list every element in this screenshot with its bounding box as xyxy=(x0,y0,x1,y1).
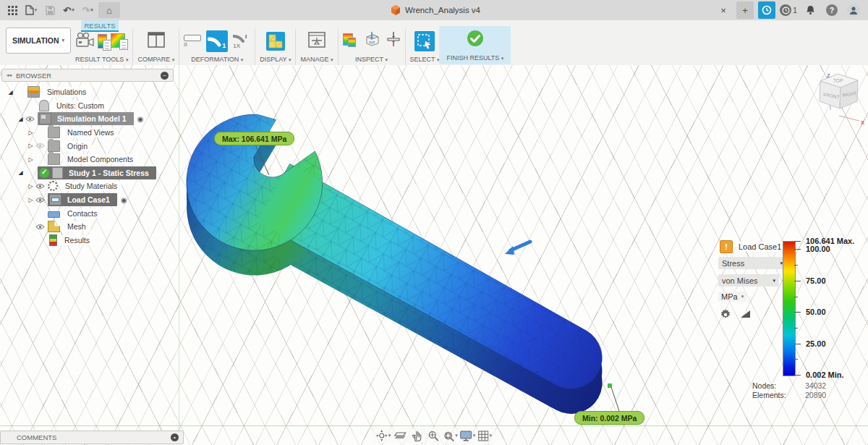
activity-history-button[interactable]: 1 xyxy=(780,1,797,19)
tree-expander-icon[interactable]: ▷ xyxy=(26,197,35,203)
legend-ramp-icon[interactable] xyxy=(740,310,751,320)
ribbon-group-select: SELECT ▾ xyxy=(410,29,440,63)
compare-menu[interactable]: COMPARE ▾ xyxy=(137,56,174,63)
colorbar-tick-label: 25.00 xyxy=(806,339,826,348)
tree-expander-icon[interactable]: ▷ xyxy=(26,143,35,149)
fit-button[interactable]: ▾ xyxy=(443,428,458,443)
component-dropdown[interactable]: von Mises▾ xyxy=(718,274,779,287)
legend-settings-gear-icon[interactable] xyxy=(720,308,731,321)
notifications-bell-icon[interactable] xyxy=(801,1,819,19)
tree-item-model-components[interactable]: ▷Model Components xyxy=(1,153,174,166)
show-legend-button[interactable] xyxy=(98,34,107,48)
visibility-eye-icon[interactable] xyxy=(35,183,48,190)
tree-expander-icon[interactable]: ◢ xyxy=(6,89,15,96)
grid-settings-button[interactable]: ▾ xyxy=(477,428,492,443)
inspect-legend-button[interactable] xyxy=(343,33,357,49)
view-cube[interactable]: TOP FRONT RIGHT Z X xyxy=(806,68,868,126)
save-button[interactable] xyxy=(42,2,58,18)
tree-item-study-materials[interactable]: ▷Study Materials xyxy=(1,179,174,193)
folder-icon xyxy=(48,153,60,165)
tree-expander-icon[interactable]: ◢ xyxy=(16,116,25,122)
user-avatar[interactable] xyxy=(845,1,862,19)
finish-results-menu[interactable]: FINISH RESULTS ▾ xyxy=(446,54,503,62)
tree-item-label: Results xyxy=(60,235,94,245)
tree-expander-icon[interactable]: ▷ xyxy=(26,156,35,163)
result-type-dropdown[interactable]: Stress▾ xyxy=(718,257,786,269)
comments-expand-icon[interactable]: • xyxy=(171,433,179,441)
tree-item-units-custom[interactable]: Units: Custom xyxy=(1,99,174,113)
colorbar-minor-tick xyxy=(794,265,798,266)
deformation-actual-button[interactable]: 1 xyxy=(206,30,228,52)
tree-item-label: Study Materials xyxy=(61,181,122,191)
inspect-probe-button[interactable] xyxy=(386,31,401,51)
deformation-scaled-button[interactable]: I 1X xyxy=(233,33,250,49)
browser-panel-header[interactable]: ◂◂ BROWSER – xyxy=(1,69,174,82)
display-settings-button[interactable]: ▾ xyxy=(460,428,476,443)
min-stress-annotation[interactable]: Min: 0.002 MPa xyxy=(574,411,644,425)
colorbar-tick xyxy=(794,375,801,376)
visibility-eye-icon[interactable] xyxy=(35,197,48,203)
active-item-radio-icon[interactable]: ◉ xyxy=(137,115,144,123)
deformation-menu[interactable]: DEFORMATION ▾ xyxy=(191,56,243,63)
zoom-button[interactable] xyxy=(426,428,441,443)
select-menu[interactable]: SELECT ▾ xyxy=(410,56,440,63)
app-grid-icon[interactable] xyxy=(4,2,20,18)
tree-item-study-1-static-stress[interactable]: ◢Study 1 - Static Stress xyxy=(1,166,174,180)
deformation-none-button[interactable]: 0 xyxy=(184,35,201,48)
comments-panel-header[interactable]: COMMENTS • xyxy=(0,431,184,444)
tree-item-mesh[interactable]: Mesh xyxy=(1,220,174,234)
max-stress-annotation[interactable]: Max: 106.641 MPa xyxy=(214,132,294,145)
active-item-radio-icon[interactable]: ◉ xyxy=(121,196,127,204)
tree-item-simulations[interactable]: ◢Simulations xyxy=(1,85,174,99)
orbit-button[interactable]: ▾ xyxy=(376,428,391,443)
tree-expander-icon[interactable]: ▷ xyxy=(26,183,35,190)
result-tools-menu[interactable]: RESULT TOOLS ▾ xyxy=(75,56,128,63)
manage-menu[interactable]: MANAGE ▾ xyxy=(300,56,333,63)
finish-results-button[interactable] xyxy=(466,29,485,51)
collapse-panel-icon[interactable]: ◂◂ xyxy=(7,72,12,78)
inspect-point-button[interactable]: xyz xyxy=(363,31,380,51)
tree-item-label: Origin xyxy=(63,141,92,151)
tree-item-origin[interactable]: ▷Origin xyxy=(1,139,174,153)
visibility-eye-icon[interactable] xyxy=(35,143,48,149)
select-button[interactable] xyxy=(414,31,435,51)
compare-button[interactable] xyxy=(148,32,165,51)
result-details-button[interactable] xyxy=(111,33,128,49)
job-status-button[interactable] xyxy=(758,1,775,19)
tree-item-load-case1[interactable]: ▷Load Case1◉ xyxy=(1,193,174,207)
tree-item-named-views[interactable]: ▷Named Views xyxy=(1,126,174,140)
unit-dropdown[interactable]: MPa ▾ xyxy=(718,292,746,302)
look-at-button[interactable] xyxy=(393,428,407,443)
help-button[interactable]: ? xyxy=(823,1,841,19)
undo-button[interactable]: ↶▾ xyxy=(61,2,77,18)
manage-settings-button[interactable] xyxy=(308,32,326,51)
materials-icon xyxy=(48,181,58,191)
close-document-button[interactable]: × xyxy=(715,1,732,19)
home-view-button[interactable]: ⌂ xyxy=(98,2,120,18)
tree-expander-icon[interactable]: ▷ xyxy=(26,130,35,136)
tree-item-simulation-model-1[interactable]: ◢Simulation Model 1◉ xyxy=(1,112,174,126)
tree-item-results[interactable]: Results xyxy=(1,234,174,247)
visibility-eye-icon[interactable] xyxy=(35,224,48,230)
workspace-switcher-button[interactable]: SIMULATION▾ xyxy=(6,27,71,54)
viewport[interactable]: Max: 106.641 MPa Min: 0.002 MPa TOP FRON… xyxy=(0,65,868,445)
inspect-menu[interactable]: INSPECT ▾ xyxy=(355,56,388,63)
redo-button[interactable]: ↷▾ xyxy=(80,2,95,18)
animate-results-button[interactable] xyxy=(75,32,94,51)
tree-item-label: Named Views xyxy=(63,127,119,137)
visibility-eye-icon[interactable] xyxy=(25,116,38,122)
new-document-tab-button[interactable]: + xyxy=(736,1,754,19)
ribbon-group-compare: COMPARE ▾ xyxy=(137,29,174,63)
svg-text:I: I xyxy=(245,33,247,40)
display-mesh-button[interactable] xyxy=(266,32,285,51)
document-tab[interactable]: Wrench_Analysis v4 xyxy=(391,0,480,20)
tree-expander-icon[interactable]: ◢ xyxy=(16,169,25,176)
load-case-selector[interactable]: ! Load Case1 ▾ xyxy=(720,240,788,253)
browser-display-toggle-icon[interactable]: – xyxy=(161,72,169,80)
pan-button[interactable] xyxy=(409,428,424,443)
ribbon-group-manage: MANAGE ▾ xyxy=(300,29,333,63)
colorbar-tick xyxy=(794,281,801,281)
tree-item-contacts[interactable]: Contacts xyxy=(1,206,174,220)
file-menu-button[interactable]: ▾ xyxy=(23,2,39,18)
display-menu[interactable]: DISPLAY ▾ xyxy=(260,56,291,63)
